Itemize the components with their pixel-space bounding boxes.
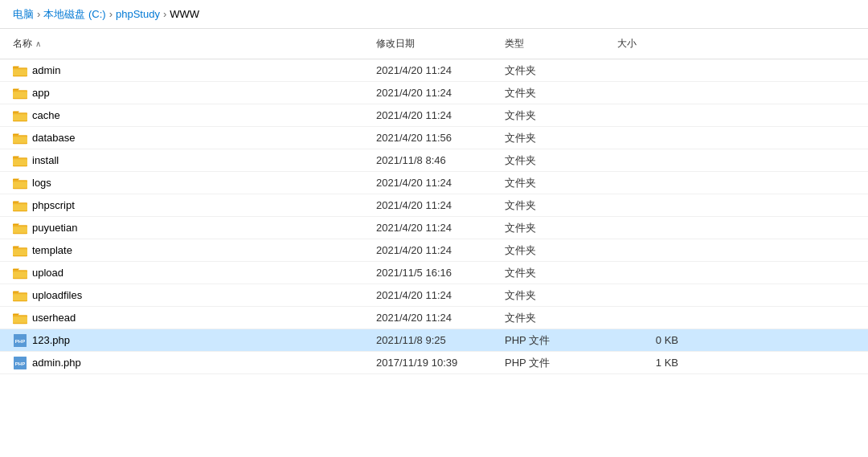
file-date: 2021/4/20 11:24 — [370, 84, 498, 102]
folder-icon — [13, 109, 27, 122]
table-row[interactable]: admin2021/4/20 11:24文件夹 — [0, 59, 868, 82]
table-row[interactable]: template2021/4/20 11:24文件夹 — [0, 239, 868, 262]
file-name-cell: database — [0, 129, 370, 148]
header-date[interactable]: 修改日期 — [370, 32, 498, 55]
file-name: install — [32, 154, 59, 166]
svg-rect-5 — [13, 92, 27, 98]
sort-arrow-icon: ∧ — [35, 39, 41, 48]
file-type: PHP 文件 — [498, 330, 611, 351]
file-name-cell: logs — [0, 173, 370, 193]
file-date: 2021/11/5 16:16 — [370, 263, 498, 282]
file-name: template — [32, 244, 72, 256]
file-type: 文件夹 — [498, 263, 611, 284]
file-type: 文件夹 — [498, 83, 611, 104]
file-name-cell: cache — [0, 106, 370, 125]
file-date: 2021/4/20 11:24 — [370, 241, 498, 259]
table-row[interactable]: puyuetian2021/4/20 11:24文件夹 — [0, 217, 868, 239]
table-row[interactable]: upload2021/11/5 16:16文件夹 — [0, 262, 868, 284]
table-row[interactable]: PHP admin.php2017/11/19 10:39PHP 文件1 KB — [0, 352, 868, 374]
breadcrumb-bar: 电脑 › 本地磁盘 (C:) › phpStudy › WWW — [0, 0, 868, 29]
table-row[interactable]: uploadfiles2021/4/20 11:24文件夹 — [0, 284, 868, 307]
svg-rect-14 — [13, 159, 27, 165]
file-type: 文件夹 — [498, 105, 611, 126]
table-row[interactable]: PHP 123.php2021/11/8 9:25PHP 文件0 KB — [0, 329, 868, 352]
folder-icon — [13, 154, 27, 167]
folder-icon — [13, 177, 27, 190]
header-size[interactable]: 大小 — [611, 32, 691, 55]
folder-icon — [13, 87, 27, 100]
folder-icon — [13, 289, 27, 302]
file-type: 文件夹 — [498, 150, 611, 171]
file-date: 2021/11/8 8:46 — [370, 151, 498, 169]
svg-text:PHP: PHP — [15, 361, 25, 366]
file-name-cell: puyuetian — [0, 218, 370, 238]
table-header: 名称 ∧ 修改日期 类型 大小 — [0, 29, 868, 59]
file-size — [611, 202, 691, 209]
table-row[interactable]: phpscript2021/4/20 11:24文件夹 — [0, 194, 868, 217]
folder-icon — [13, 312, 27, 324]
svg-rect-17 — [13, 182, 27, 188]
php-file-icon: PHP — [13, 356, 27, 370]
file-type: 文件夹 — [498, 240, 611, 261]
file-size — [611, 315, 691, 321]
file-name: database — [32, 132, 76, 144]
table-row[interactable]: userhead2021/4/20 11:24文件夹 — [0, 307, 868, 329]
table-row[interactable]: database2021/4/20 11:56文件夹 — [0, 127, 868, 149]
folder-icon — [13, 267, 27, 280]
svg-rect-35 — [13, 316, 27, 323]
file-name-cell: PHP 123.php — [0, 330, 370, 351]
file-size — [611, 225, 691, 231]
header-type[interactable]: 类型 — [498, 32, 611, 55]
table-row[interactable]: cache2021/4/20 11:24文件夹 — [0, 104, 868, 127]
file-list: admin2021/4/20 11:24文件夹 app2021/4/20 11:… — [0, 59, 868, 374]
breadcrumb-computer[interactable]: 电脑 — [13, 7, 34, 22]
file-date: 2021/4/20 11:24 — [370, 61, 498, 80]
file-name: upload — [32, 267, 63, 279]
table-row[interactable]: install2021/11/8 8:46文件夹 — [0, 149, 868, 172]
file-name-cell: phpscript — [0, 196, 370, 215]
file-name-cell: template — [0, 241, 370, 260]
svg-rect-29 — [13, 271, 27, 278]
folder-icon — [13, 244, 27, 257]
file-type: PHP 文件 — [498, 353, 611, 373]
file-name: admin — [32, 64, 60, 76]
file-size — [611, 292, 691, 299]
file-name: logs — [32, 177, 51, 189]
file-date: 2021/4/20 11:24 — [370, 106, 498, 124]
file-date: 2021/11/8 9:25 — [370, 331, 498, 349]
breadcrumb-www: WWW — [170, 8, 199, 20]
header-name[interactable]: 名称 ∧ — [0, 32, 370, 55]
table-row[interactable]: logs2021/4/20 11:24文件夹 — [0, 172, 868, 194]
file-name-cell: PHP admin.php — [0, 353, 370, 373]
file-name: phpscript — [32, 199, 75, 211]
file-explorer: 名称 ∧ 修改日期 类型 大小 admin2021/4/20 11:24文件夹 … — [0, 29, 868, 457]
file-name: userhead — [32, 312, 76, 324]
file-size — [611, 67, 691, 74]
file-type: 文件夹 — [498, 218, 611, 239]
file-name: uploadfiles — [32, 289, 82, 301]
file-name-cell: app — [0, 84, 370, 103]
file-type: 文件夹 — [498, 308, 611, 328]
file-size: 1 KB — [611, 353, 691, 372]
file-size — [611, 270, 691, 276]
file-name-cell: upload — [0, 263, 370, 283]
php-file-icon: PHP — [13, 333, 27, 348]
file-size: 0 KB — [611, 331, 691, 349]
breadcrumb-sep-2: › — [163, 8, 166, 20]
file-type: 文件夹 — [498, 128, 611, 149]
file-size — [611, 157, 691, 164]
svg-rect-26 — [13, 249, 27, 255]
file-type: 文件夹 — [498, 285, 611, 306]
file-date: 2021/4/20 11:24 — [370, 286, 498, 304]
table-row[interactable]: app2021/4/20 11:24文件夹 — [0, 82, 868, 104]
folder-icon — [13, 199, 27, 212]
breadcrumb-drive[interactable]: 本地磁盘 (C:) — [43, 7, 105, 22]
breadcrumb-phpstudy[interactable]: phpStudy — [116, 8, 160, 20]
file-size — [611, 112, 691, 119]
file-name-cell: install — [0, 151, 370, 170]
file-name: app — [32, 87, 50, 99]
folder-icon — [13, 222, 27, 235]
file-name-cell: admin — [0, 61, 370, 80]
file-type: 文件夹 — [498, 173, 611, 194]
file-size — [611, 90, 691, 96]
